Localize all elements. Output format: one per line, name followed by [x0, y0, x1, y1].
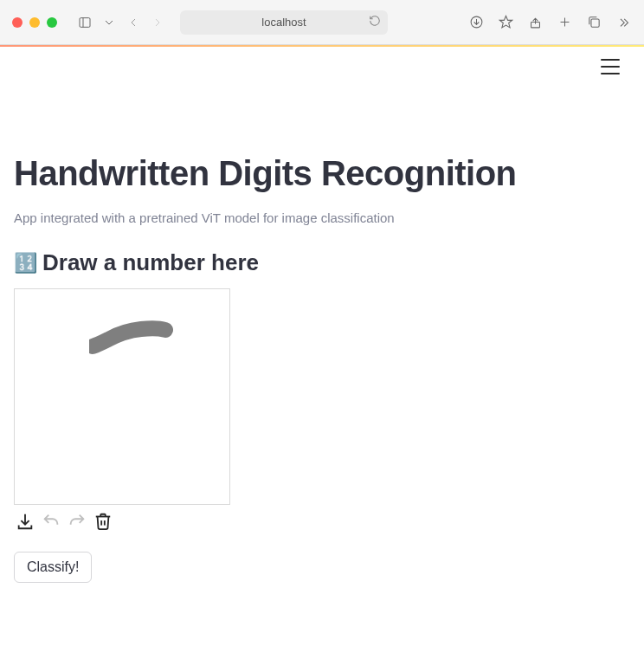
section-heading: 🔢 Draw a number here [14, 249, 630, 276]
svg-rect-0 [80, 17, 90, 27]
back-button[interactable] [125, 14, 142, 31]
trash-icon[interactable] [92, 510, 114, 533]
numbers-emoji-icon: 🔢 [14, 252, 37, 275]
downloads-icon[interactable] [467, 14, 485, 31]
download-icon[interactable] [14, 510, 36, 533]
undo-icon[interactable] [40, 510, 62, 533]
page-viewport: Handwritten Digits Recognition App integ… [0, 47, 644, 672]
maximize-window-button[interactable] [47, 17, 57, 28]
address-bar[interactable]: localhost [180, 10, 388, 35]
tabs-overview-icon[interactable] [585, 14, 602, 31]
main-content: Handwritten Digits Recognition App integ… [0, 154, 644, 617]
redo-icon[interactable] [66, 510, 88, 533]
section-heading-text: Draw a number here [42, 249, 259, 276]
classify-button[interactable]: Classify! [14, 552, 92, 583]
window-controls [12, 17, 57, 28]
favorites-icon[interactable] [497, 14, 514, 31]
minimize-window-button[interactable] [29, 17, 40, 28]
user-stroke [89, 320, 176, 355]
drawing-canvas[interactable] [14, 288, 230, 505]
svg-marker-4 [499, 16, 512, 27]
page-subtitle: App integrated with a pretrained ViT mod… [14, 210, 630, 225]
svg-rect-9 [590, 19, 598, 27]
canvas-toolbar [14, 510, 630, 533]
chevron-down-icon[interactable] [100, 14, 118, 31]
menu-icon[interactable] [601, 59, 620, 74]
forward-button [149, 14, 166, 31]
app-top-bar [0, 47, 644, 74]
close-window-button[interactable] [12, 17, 23, 28]
share-icon[interactable] [526, 14, 544, 31]
sidebar-toggle-icon[interactable] [76, 14, 93, 31]
page-title: Handwritten Digits Recognition [14, 154, 630, 193]
browser-right-actions [467, 14, 632, 31]
more-icon[interactable] [615, 14, 632, 31]
reload-icon[interactable] [369, 15, 381, 29]
url-text: localhost [261, 16, 306, 29]
new-tab-icon[interactable] [556, 14, 573, 31]
browser-toolbar: localhost [0, 0, 644, 45]
